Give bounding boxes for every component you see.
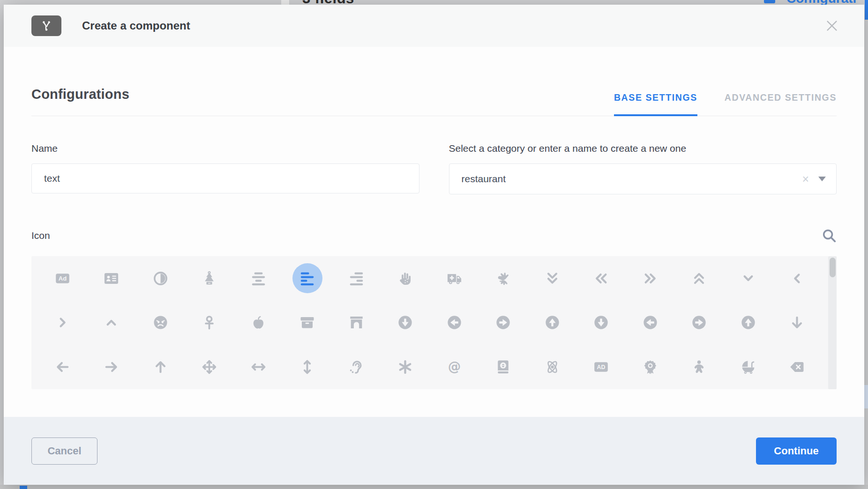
- icon-option-audio-description[interactable]: AD: [586, 352, 616, 382]
- icon-option-baby[interactable]: [684, 352, 714, 382]
- ad-icon: Ad: [47, 263, 77, 293]
- background-page-bottom-strip: [0, 485, 868, 489]
- icon-option-apple-alt[interactable]: [243, 308, 273, 338]
- background-page-row-fragment: [864, 385, 868, 408]
- icon-option-ankh[interactable]: [195, 308, 224, 338]
- icon-option-archway[interactable]: [341, 308, 371, 338]
- dialog-body: Configurations BASE SETTINGS ADVANCED SE…: [4, 87, 864, 389]
- arrow-circle-up-icon: [733, 308, 763, 338]
- icon-option-arrow-alt-circle-up[interactable]: [537, 308, 567, 338]
- name-input[interactable]: [31, 163, 419, 193]
- chevron-down-icon[interactable]: [818, 177, 826, 181]
- icon-option-align-left[interactable]: [292, 263, 322, 293]
- icon-option-arrow-circle-up[interactable]: [733, 308, 763, 338]
- asterisk-icon: [390, 352, 420, 382]
- background-page-blue-fragment: [20, 486, 27, 489]
- icon-option-air-freshener[interactable]: [195, 263, 224, 293]
- icon-option-arrow-alt-circle-right[interactable]: [488, 308, 518, 338]
- icon-option-award[interactable]: [635, 352, 665, 382]
- icon-option-arrow-circle-left[interactable]: [635, 308, 665, 338]
- arrow-circle-right-icon: [684, 308, 714, 338]
- icon-option-arrow-up[interactable]: [145, 352, 175, 382]
- icon-option-address-card[interactable]: [97, 263, 127, 293]
- angle-left-icon: [782, 263, 812, 293]
- icon-option-arrows-alt[interactable]: [195, 352, 224, 382]
- close-icon[interactable]: [824, 18, 840, 34]
- arrow-circle-left-icon: [635, 308, 665, 338]
- icon-option-angle-left[interactable]: [782, 263, 812, 293]
- arrow-alt-circle-left-icon: [439, 308, 469, 338]
- icon-option-arrow-right[interactable]: [97, 352, 127, 382]
- icon-option-ad[interactable]: Ad: [47, 263, 77, 293]
- icon-option-angle-double-down[interactable]: [537, 263, 567, 293]
- icon-option-angle-double-up[interactable]: [684, 263, 714, 293]
- name-field-group: Name: [31, 143, 419, 194]
- category-select[interactable]: restaurant ×: [449, 163, 837, 194]
- icon-grid-cells: Ad@AD: [31, 256, 828, 389]
- apple-alt-icon: [243, 308, 273, 338]
- icon-option-arrow-left[interactable]: [47, 352, 77, 382]
- icon-option-arrow-alt-circle-down[interactable]: [390, 308, 420, 338]
- arrow-alt-circle-down-icon: [390, 308, 420, 338]
- category-selected-value: restaurant: [462, 173, 801, 185]
- icon-option-align-right[interactable]: [341, 263, 371, 293]
- tab-advanced-settings[interactable]: ADVANCED SETTINGS: [725, 92, 837, 116]
- icon-option-arrow-circle-right[interactable]: [684, 308, 714, 338]
- icon-option-arrow-alt-circle-left[interactable]: [439, 308, 469, 338]
- arrow-alt-circle-up-icon: [537, 308, 567, 338]
- icon-option-angle-double-left[interactable]: [586, 263, 616, 293]
- icon-option-baby-carriage[interactable]: [733, 352, 763, 382]
- icon-option-arrow-circle-down[interactable]: [586, 308, 616, 338]
- icon-option-angle-down[interactable]: [733, 263, 763, 293]
- icon-option-backspace[interactable]: [782, 352, 812, 382]
- atlas-icon: [488, 352, 518, 382]
- angle-up-icon: [97, 308, 127, 338]
- icon-option-atom[interactable]: [537, 352, 567, 382]
- dialog-title: Create a component: [82, 19, 190, 32]
- icon-option-angle-up[interactable]: [97, 308, 127, 338]
- clear-icon[interactable]: ×: [800, 173, 811, 185]
- arrow-down-icon: [782, 308, 812, 338]
- component-branch-icon: [31, 15, 61, 36]
- icon-option-american-sign-language-interpreting[interactable]: [488, 263, 518, 293]
- background-page-icon-fragment: [764, 0, 775, 3]
- icon-option-atlas[interactable]: [488, 352, 518, 382]
- arrow-right-icon: [97, 352, 127, 382]
- assistive-listening-systems-icon: [341, 352, 371, 382]
- award-icon: [635, 352, 665, 382]
- icon-option-arrows-alt-h[interactable]: [243, 352, 273, 382]
- allergies-icon: [390, 263, 420, 293]
- icon-option-asterisk[interactable]: [390, 352, 420, 382]
- angle-double-left-icon: [586, 263, 616, 293]
- icon-option-angry[interactable]: [145, 308, 175, 338]
- icon-option-arrows-alt-v[interactable]: [292, 352, 322, 382]
- icon-label: Icon: [31, 230, 50, 241]
- scrollbar-thumb[interactable]: [830, 258, 836, 277]
- arrows-alt-icon: [195, 352, 224, 382]
- form-fields: Name Select a category or enter a name t…: [31, 143, 837, 194]
- icon-option-align-center[interactable]: [243, 263, 273, 293]
- search-icon[interactable]: [822, 228, 837, 243]
- continue-button[interactable]: Continue: [756, 437, 837, 465]
- icon-option-angle-double-right[interactable]: [635, 263, 665, 293]
- adjust-icon: [145, 263, 175, 293]
- angle-double-up-icon: [684, 263, 714, 293]
- icon-option-assistive-listening-systems[interactable]: [341, 352, 371, 382]
- icon-option-allergies[interactable]: [390, 263, 420, 293]
- icon-grid-scrollbar[interactable]: [828, 256, 837, 389]
- icon-option-arrow-down[interactable]: [782, 308, 812, 338]
- section-title: Configurations: [31, 87, 129, 102]
- icon-option-at[interactable]: @: [439, 352, 469, 382]
- address-card-icon: [97, 263, 127, 293]
- cancel-button[interactable]: Cancel: [31, 437, 97, 465]
- tab-base-settings[interactable]: BASE SETTINGS: [614, 92, 697, 116]
- icon-option-angle-right[interactable]: [47, 308, 77, 338]
- icon-option-adjust[interactable]: [145, 263, 175, 293]
- at-icon: @: [439, 352, 469, 382]
- angle-double-down-icon: [537, 263, 567, 293]
- icon-option-ambulance[interactable]: [439, 263, 469, 293]
- arrow-left-icon: [47, 352, 77, 382]
- icon-option-archive[interactable]: [292, 308, 322, 338]
- baby-icon: [684, 352, 714, 382]
- angle-double-right-icon: [635, 263, 665, 293]
